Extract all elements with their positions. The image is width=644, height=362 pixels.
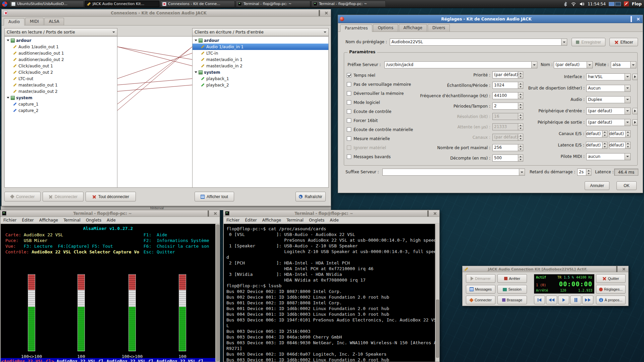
checkbox-row[interactable]: Écoute de contrôle bbox=[347, 107, 413, 116]
port-row[interactable]: master/audio_in 2 bbox=[193, 63, 328, 69]
checkbox[interactable] bbox=[347, 127, 351, 132]
connections-titlebar[interactable]: Connexions - Kit de Connexion Audio JACK bbox=[2, 9, 331, 17]
terminal-content[interactable]: flop@flop-pc:~$ cat /proc/asound/cards 0… bbox=[224, 224, 435, 362]
dropdown-button[interactable] bbox=[531, 62, 537, 68]
latency-out-spinbox[interactable]: (par défaut) bbox=[609, 142, 631, 149]
server-suffix-combobox[interactable] bbox=[382, 169, 525, 176]
checkbox[interactable] bbox=[347, 136, 351, 141]
spinbox[interactable]: 500 bbox=[492, 155, 523, 162]
checkbox[interactable] bbox=[347, 145, 351, 150]
spin-arrows[interactable] bbox=[625, 131, 630, 137]
spinbox[interactable]: (par défaut) bbox=[492, 134, 523, 141]
port-row[interactable]: system bbox=[193, 69, 328, 75]
checkbox[interactable] bbox=[347, 91, 351, 96]
checkbox-row[interactable]: Déverrouiller la mémoire bbox=[347, 89, 413, 98]
tab[interactable]: MIDI bbox=[25, 18, 44, 25]
minimize-button[interactable] bbox=[418, 211, 424, 216]
port-row[interactable]: auditioner/audio_out 1 bbox=[5, 50, 117, 56]
output-device-combobox[interactable]: (par défaut) bbox=[586, 119, 631, 126]
session-button[interactable]: Session bbox=[497, 285, 527, 294]
port-row[interactable]: master/audio_in 1 bbox=[193, 56, 328, 63]
dropdown-button[interactable] bbox=[561, 39, 567, 45]
menu-item[interactable]: Onglets bbox=[86, 218, 101, 223]
terminal-content[interactable]: AlsaMixer v1.0.27.2 Carte: AudioBox 22 V… bbox=[1, 224, 215, 362]
transport-rewind-button[interactable] bbox=[546, 296, 557, 304]
tab[interactable]: Affichage bbox=[399, 24, 427, 32]
transport-pause-button[interactable] bbox=[570, 296, 581, 304]
network-wifi-icon[interactable] bbox=[571, 2, 576, 6]
output-ports-header[interactable]: Clients en lecture / Ports de sortie bbox=[4, 28, 117, 36]
browse-input-device-button[interactable] bbox=[632, 108, 638, 114]
expander-icon[interactable] bbox=[195, 40, 197, 41]
cancel-button[interactable]: Annuler bbox=[585, 181, 609, 190]
input-ports-tree[interactable]: ardour Audio 1/audio_in 1 LTC-in bbox=[192, 36, 329, 188]
checkbox-row[interactable]: Pas de verrouillage mémoire bbox=[347, 80, 413, 89]
server-name-combobox[interactable]: (par défaut) bbox=[554, 61, 593, 68]
input-device-combobox[interactable]: (par défaut) bbox=[586, 108, 631, 115]
connect-button[interactable]: Connecter bbox=[4, 192, 41, 201]
menu-item[interactable]: Affichage bbox=[262, 218, 281, 223]
menu-item[interactable]: Éditer bbox=[245, 218, 257, 223]
control-name[interactable]: AudioBox 22 VSL Cl bbox=[156, 359, 204, 362]
scrollbar[interactable] bbox=[435, 224, 439, 362]
startup-delay-spinbox[interactable]: 2s bbox=[577, 169, 591, 176]
dropdown-button[interactable] bbox=[625, 154, 630, 160]
port-row[interactable]: LTC-in bbox=[193, 50, 328, 56]
volume-icon[interactable] bbox=[579, 2, 585, 6]
menu-item[interactable]: Terminal bbox=[63, 218, 80, 223]
patchbay-button[interactable]: Brassage bbox=[497, 296, 527, 304]
dropdown-button[interactable] bbox=[625, 108, 630, 114]
port-row[interactable]: system bbox=[5, 95, 117, 101]
spinbox[interactable]: (par défaut) bbox=[492, 71, 523, 78]
port-row[interactable]: ardour bbox=[193, 37, 328, 44]
checkbox[interactable] bbox=[347, 100, 351, 105]
driver-combobox[interactable]: alsa bbox=[611, 61, 636, 68]
server-prefix-combobox[interactable]: /usr/bin/jackd bbox=[384, 61, 537, 68]
port-row[interactable]: master/audio_out 1 bbox=[5, 82, 117, 88]
checkbox-row[interactable]: Temps réel bbox=[347, 71, 413, 80]
checkbox-row[interactable]: Mesure matérielle bbox=[347, 134, 413, 143]
checkbox[interactable] bbox=[347, 73, 351, 77]
checkbox-row[interactable]: Ignorer matériel bbox=[347, 143, 413, 152]
control-name[interactable]: <AudioBox 22 VSL Cl> bbox=[1, 359, 54, 362]
close-button[interactable] bbox=[621, 267, 627, 272]
menu-item[interactable]: Onglets bbox=[309, 218, 324, 223]
minimize-button[interactable] bbox=[310, 11, 315, 15]
checkbox-row[interactable]: Messages bavards bbox=[347, 152, 413, 161]
port-row[interactable]: capture_2 bbox=[5, 107, 117, 114]
interface-combobox[interactable]: hw:VSL bbox=[586, 73, 631, 80]
control-name[interactable]: AudioBox 22 VSL Cl bbox=[106, 359, 154, 362]
close-button[interactable] bbox=[432, 211, 438, 216]
show-all-button[interactable]: Afficher tout bbox=[195, 192, 234, 201]
minimize-button[interactable] bbox=[607, 267, 612, 272]
start-button[interactable]: Démarrer bbox=[466, 274, 495, 283]
terminal-titlebar[interactable]: Terminal - flop@flop-pc: ~ bbox=[223, 210, 439, 217]
scrollbar-thumb[interactable] bbox=[436, 300, 439, 358]
dropdown-button[interactable] bbox=[625, 119, 630, 126]
port-row[interactable]: Click/audio_out 2 bbox=[5, 69, 117, 75]
clock[interactable]: 11:54:54 bbox=[588, 2, 606, 6]
preset-combobox[interactable]: Audiobox22VSL bbox=[390, 39, 567, 46]
minimize-button[interactable] bbox=[199, 211, 204, 216]
taskbar-window-button[interactable]: Connexions - Kit de Conne... bbox=[160, 1, 235, 7]
workspace-1[interactable] bbox=[609, 2, 614, 6]
transport-play-button[interactable] bbox=[558, 296, 569, 304]
stop-button[interactable]: Arrêter bbox=[497, 274, 527, 283]
checkbox[interactable] bbox=[347, 109, 351, 114]
latency-in-spinbox[interactable]: (par défaut) bbox=[586, 142, 607, 149]
taskbar-window-button[interactable]: Terminal - flop@flop-pc: ~ bbox=[311, 1, 386, 7]
checkbox-row[interactable]: Forcer 16bit bbox=[347, 116, 413, 125]
connect-button[interactable]: Connecter bbox=[466, 296, 495, 304]
ok-button[interactable]: OK bbox=[616, 181, 637, 190]
settings-button[interactable]: Réglages... bbox=[596, 285, 626, 294]
checkbox[interactable] bbox=[347, 82, 351, 86]
spinbox[interactable]: 44100 bbox=[492, 92, 523, 99]
refresh-button[interactable]: Rafraîchir bbox=[296, 192, 326, 201]
taskbar-window-button[interactable]: UbuntuStudio/UsbAudioD... bbox=[9, 1, 84, 7]
menu-item[interactable]: Aide bbox=[330, 218, 339, 223]
close-button[interactable] bbox=[636, 17, 641, 21]
port-row[interactable]: playback_2 bbox=[193, 82, 328, 88]
bluetooth-icon[interactable] bbox=[563, 1, 568, 7]
spinbox[interactable]: 1024 bbox=[492, 82, 523, 89]
spin-arrows[interactable] bbox=[602, 131, 607, 137]
